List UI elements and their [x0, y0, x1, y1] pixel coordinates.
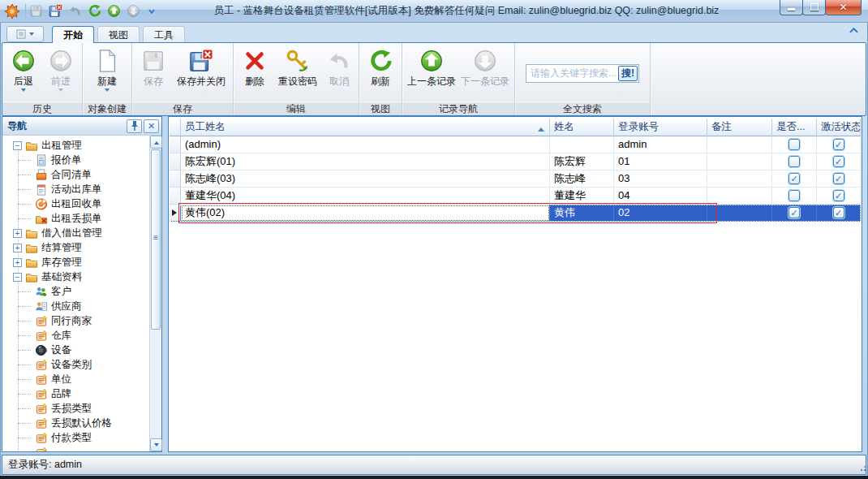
save-icon [141, 49, 165, 73]
folder-icon [25, 227, 38, 240]
expand-icon[interactable]: + [13, 229, 22, 238]
tree-item-customers[interactable]: 客户 [2, 284, 149, 299]
reset-password-icon [286, 49, 310, 73]
cancel-icon [327, 49, 351, 73]
table-row[interactable]: 董建华(04) 董建华 04 [170, 188, 861, 205]
tree-item-peer-merchants[interactable]: 同行商家 [2, 313, 149, 328]
tree-item-payment-type[interactable]: 付款类型 [2, 430, 149, 445]
expand-icon[interactable]: + [13, 258, 22, 267]
scroll-up-button[interactable] [150, 136, 162, 149]
next-record-icon[interactable] [127, 4, 140, 18]
tab-tools[interactable]: 工具 [143, 26, 185, 43]
resize-grip[interactable] [861, 469, 862, 471]
table-row[interactable]: (admin) admin [170, 136, 861, 153]
application-menu-button[interactable] [6, 26, 44, 42]
tree-item-loss-default-price[interactable]: 丢损默认价格 [2, 416, 149, 430]
tree-item-suppliers[interactable]: 供应商 [2, 299, 149, 313]
refresh-button[interactable]: 刷新 [362, 45, 399, 101]
tree-item-equipment[interactable]: 设备 [2, 343, 149, 357]
active-status-checkbox[interactable] [833, 156, 844, 167]
forward-button[interactable]: 前进 [42, 45, 79, 101]
column-header-login-account[interactable]: 登录账号 [614, 119, 707, 136]
tree-item-rental-mgmt[interactable]: − 出租管理 [2, 138, 149, 153]
tree-item-loss-type[interactable]: 丢损类型 [2, 401, 149, 416]
tree-item-unit[interactable]: 单位 [2, 372, 149, 386]
column-header-note[interactable]: 备注 [707, 119, 772, 136]
save-and-close-icon[interactable] [49, 4, 62, 18]
title-bar[interactable]: 员工 - 蓝格舞台设备租赁管理软件[试用版本] 免费解答任何疑问 Email: … [0, 0, 868, 23]
focused-cell[interactable]: 黄伟(02) [181, 205, 550, 222]
table-row[interactable]: 陈志峰(03) 陈志峰 03 [170, 170, 861, 188]
new-button[interactable]: 新建 [85, 45, 129, 101]
close-panel-button[interactable]: ✕ [144, 119, 159, 133]
tree-item-base-data[interactable]: − 基础资料 [2, 270, 149, 284]
scrollbar-thumb[interactable] [151, 149, 161, 330]
undo-icon[interactable] [68, 4, 82, 18]
chevron-up-icon [154, 139, 159, 145]
save-icon[interactable] [29, 4, 43, 18]
group-edit: 删除 重设密码 取消 编辑 [234, 43, 359, 115]
ribbon-body: 后退 前进 历史 新建 [2, 42, 866, 116]
table-row-selected[interactable]: 黄伟(02) 黄伟 02 [170, 205, 861, 222]
tree-item-event-outbound[interactable]: 活动出库单 [2, 182, 149, 196]
expand-icon[interactable]: + [13, 244, 22, 252]
app-logo-icon[interactable] [4, 3, 20, 19]
tree-item-borrow-mgmt[interactable]: + 借入借出管理 [2, 226, 149, 240]
is-admin-checkbox[interactable] [789, 207, 800, 218]
tree-scrollbar[interactable] [149, 136, 161, 451]
tree-item-settlement-mgmt[interactable]: + 结算管理 [2, 240, 149, 255]
column-header-employee-name[interactable]: 员工姓名 [181, 119, 550, 136]
active-status-checkbox[interactable] [833, 190, 844, 201]
active-status-checkbox[interactable] [833, 207, 844, 218]
tab-home[interactable]: 开始 [52, 26, 94, 43]
save-and-close-button[interactable]: 保存并关闭 [172, 45, 230, 101]
loss-folder-icon [35, 213, 48, 225]
tree-item-brand[interactable]: 品牌 [2, 386, 149, 401]
tree-item-warehouse[interactable]: 仓库 [2, 328, 149, 343]
maximize-button[interactable] [802, 0, 826, 15]
column-header-name[interactable]: 姓名 [550, 119, 614, 136]
tree-item-clipped[interactable] [2, 445, 149, 451]
search-button[interactable]: 搜! [618, 66, 638, 81]
group-caption: 编辑 [234, 101, 359, 115]
minimize-button[interactable] [780, 0, 803, 15]
cancel-button[interactable]: 取消 [322, 45, 356, 101]
scroll-down-button[interactable] [150, 438, 162, 451]
close-button[interactable]: ✕ [825, 0, 862, 15]
tab-view[interactable]: 视图 [97, 26, 140, 43]
delete-button[interactable]: 删除 [236, 45, 273, 101]
column-header-active-status[interactable]: 激活状态 [817, 119, 861, 136]
save-button[interactable]: 保存 [135, 45, 172, 101]
table-row[interactable]: 陈宏辉(01) 陈宏辉 01 [170, 153, 861, 170]
row-indicator [170, 153, 181, 170]
next-record-button[interactable]: 下一条记录 [458, 45, 512, 101]
collapse-ribbon-icon[interactable] [849, 28, 858, 34]
chevron-down-icon [58, 88, 63, 94]
tree-item-rental-loss[interactable]: 出租丢损单 [2, 211, 149, 226]
active-status-checkbox[interactable] [833, 173, 844, 184]
active-status-checkbox[interactable] [833, 139, 844, 150]
is-admin-checkbox[interactable] [789, 190, 800, 201]
is-admin-checkbox[interactable] [789, 139, 800, 150]
customize-quick-access-icon[interactable] [148, 7, 156, 15]
previous-record-icon[interactable] [107, 4, 121, 18]
tree-item-inventory-mgmt[interactable]: + 库存管理 [2, 255, 149, 270]
previous-record-icon [419, 49, 444, 73]
refresh-icon[interactable] [88, 4, 101, 18]
previous-record-button[interactable]: 上一条记录 [405, 45, 458, 101]
tree-item-rental-return[interactable]: 出租回收单 [2, 196, 149, 211]
tree-item-contract-list[interactable]: 合同清单 [2, 167, 149, 182]
is-admin-checkbox[interactable] [789, 156, 800, 167]
supplier-icon [35, 300, 48, 313]
card-icon [35, 330, 48, 342]
navigation-title: 导航 [7, 119, 125, 133]
tree-item-equipment-category[interactable]: 设备类别 [2, 357, 149, 372]
pin-button[interactable] [127, 119, 142, 133]
minimize-icon [788, 8, 795, 11]
tree-item-quotation[interactable]: 报价单 [2, 153, 149, 167]
back-button[interactable]: 后退 [5, 45, 42, 101]
reset-password-button[interactable]: 重设密码 [273, 45, 322, 101]
is-admin-checkbox[interactable] [789, 173, 800, 184]
panel-splitter[interactable] [162, 116, 168, 452]
column-header-is-admin[interactable]: 是否... [772, 119, 817, 136]
